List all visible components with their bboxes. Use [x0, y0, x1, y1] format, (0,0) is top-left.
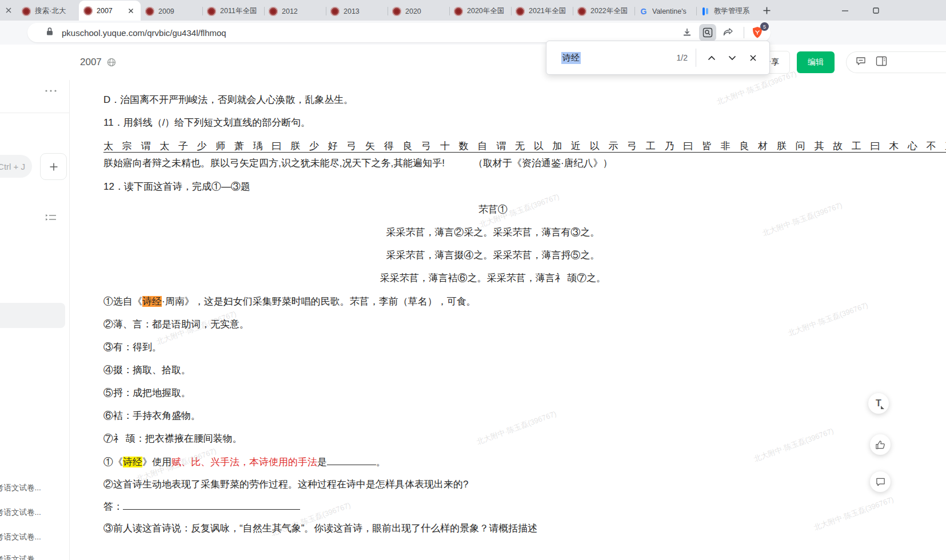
pku-seal-favicon [392, 7, 401, 16]
classical-passage-rest: 朕始寤向者辩之未精也。朕以弓矢定四方,识之犹未能尽,况天下之务,其能遍知乎!（取… [103, 157, 613, 170]
find-query-input[interactable]: 诗经 [561, 52, 581, 64]
find-close-icon[interactable] [745, 50, 760, 65]
yuque-app: 2007 分享 编辑 [0, 45, 946, 560]
find-in-page-bar[interactable]: 诗经 1/2 [546, 41, 770, 75]
classical-rest-text: 朕始寤向者辩之未精也。朕以弓矢定四方,识之犹未能尽,况天下之务,其能遍知乎! [103, 158, 445, 169]
download-icon[interactable] [678, 24, 696, 41]
find-match-count: 1/2 [677, 53, 688, 62]
window-maximize-button[interactable] [863, 0, 889, 21]
window-minimize-button[interactable] [832, 0, 858, 21]
left-sidebar: Ctrl + J 考语文试卷... 考语文试卷... 考语文试卷... 考语文试… [0, 80, 70, 560]
tab-2020[interactable]: 2020 [388, 2, 449, 21]
share-icon[interactable] [720, 24, 737, 41]
question-12-text: 12．读下面这首诗，完成①—③题 [103, 180, 250, 193]
cursor-icon [881, 406, 884, 409]
poem-line: 采采芣苢，薄言袺⑥之。采采芣苢，薄言礻 颉⑦之。 [69, 271, 917, 285]
text-tool-button[interactable]: T [868, 393, 889, 414]
address-bar[interactable]: pkuschool.yuque.com/qrvbic/gu434l/flhmoq… [27, 23, 771, 42]
poem-title: 芣苢① [69, 203, 917, 216]
tab-2012[interactable]: 2012 [264, 2, 326, 21]
tab-label: 教学管理系 [714, 6, 753, 16]
note-2-text: ②薄、言：都是语助词，无实意。 [103, 318, 249, 331]
comment-button[interactable] [870, 471, 891, 492]
more-options-icon[interactable] [45, 85, 57, 95]
tab-label: 2022年全国 [590, 6, 630, 16]
find-divider [696, 49, 696, 67]
tab-label: 2007 [97, 7, 122, 15]
note-7-text: ⑦礻 颉：把衣襟掖在腰间装物。 [103, 432, 242, 445]
tab-label: 搜索·北大 [35, 6, 74, 16]
brave-shield-icon[interactable]: 5 [750, 25, 765, 40]
search-shortcut-hint: Ctrl + J [0, 155, 32, 178]
teaching-app-favicon [701, 7, 710, 16]
answer-line: 答： [103, 500, 300, 513]
sq1-red-text: 赋、比、兴手法，本诗使用的手法 [171, 457, 317, 467]
note-1-suffix: ·周南》，这是妇女们采集野菜时唱的民歌。芣苢，李前（草名），可食。 [162, 296, 476, 307]
find-match-highlight: 诗经 [123, 457, 142, 467]
pku-seal-favicon [145, 7, 154, 16]
tab-label: 2009 [158, 7, 198, 15]
google-favicon: G [639, 7, 648, 16]
new-tab-button[interactable] [758, 0, 775, 21]
tab-close-icon[interactable] [126, 6, 136, 16]
subquestion-1-text: ①《诗经》使用赋、比、兴手法，本诗使用的手法是。 [103, 455, 386, 469]
tab-label: 2021年全国 [529, 6, 568, 16]
tab-label: Valentine's [652, 7, 692, 15]
sq1-is: 是 [317, 457, 327, 467]
pku-seal-favicon [83, 6, 93, 15]
sidebar-doc-item[interactable]: 考语文试卷... [0, 483, 70, 493]
like-button[interactable] [870, 434, 891, 455]
answer-label: 答： [103, 501, 123, 512]
find-next-icon[interactable] [725, 50, 740, 65]
tab-label: 2020 [405, 7, 445, 15]
tab-label: 2011年全国 [220, 6, 260, 16]
tab-label: 2020年全国 [467, 6, 506, 16]
option-d-text: D．治国离不开严刑峻法，否则就会人心涣散，乱象丛生。 [103, 93, 353, 106]
shield-badge: 5 [760, 22, 769, 31]
tab-2013[interactable]: 2013 [326, 2, 388, 21]
sq1-prefix: ①《 [103, 457, 123, 467]
sidebar-doc-item[interactable]: 考语文试卷... [0, 554, 70, 560]
pku-seal-favicon [207, 7, 216, 16]
answer-blank-line [123, 501, 300, 510]
tab-teaching-mgmt[interactable]: 教学管理系 [696, 2, 758, 21]
find-in-page-icon[interactable] [699, 24, 716, 41]
note-5-text: ⑤捋：成把地握取。 [103, 386, 191, 399]
pku-seal-favicon [454, 7, 463, 16]
note-1-text: ①选自《诗经·周南》，这是妇女们采集野菜时唱的民歌。芣苢，李前（草名），可食。 [103, 295, 476, 308]
outline-toggle-icon[interactable] [45, 213, 57, 225]
poem-line: 采采芣苢，薄言掇④之。采采芣苢，薄言捋⑤之。 [69, 249, 917, 262]
selected-document-item[interactable] [0, 303, 65, 328]
pku-seal-favicon [577, 7, 586, 16]
answer-blank-line [327, 457, 376, 465]
tab-2022-national[interactable]: 2022年全国 [573, 2, 634, 21]
sidebar-divider [0, 113, 69, 113]
pku-seal-favicon [269, 7, 278, 16]
tab-2011[interactable]: 2011年全国 [202, 2, 264, 21]
lock-icon [46, 27, 54, 38]
tab-valentines[interactable]: G Valentine's [634, 2, 696, 21]
sidebar-doc-item[interactable]: 考语文试卷... [0, 507, 70, 518]
note-3-text: ③有：得到。 [103, 341, 162, 354]
strip-close-icon[interactable] [0, 0, 17, 21]
note-1-prefix: ①选自《 [103, 296, 142, 307]
classical-source-text: （取材于《资治通鉴·唐纪八》） [473, 158, 613, 169]
question-11-text: 11．用斜线（/）给下列短文划直线的部分断句。 [103, 116, 310, 129]
add-document-button[interactable] [40, 153, 67, 180]
url-text: pkuschool.yuque.com/qrvbic/gu434l/flhmoq [62, 28, 675, 38]
tab-label: 2012 [282, 7, 321, 15]
find-previous-icon[interactable] [704, 50, 719, 65]
tab-search-pku[interactable]: 搜索·北大 [17, 2, 79, 21]
tab-2021-national[interactable]: 2021年全国 [511, 2, 573, 21]
tab-2007-active[interactable]: 2007 [79, 1, 141, 21]
sidebar-doc-item[interactable]: 考语文试卷... [0, 532, 70, 542]
tab-2009[interactable]: 2009 [141, 2, 202, 21]
tab-2020-national[interactable]: 2020年全国 [449, 2, 511, 21]
classical-passage-underlined: 太 宗 谓 太 子 少 师 萧 瑀 曰 朕 少 好 弓 矢 得 良 弓 十 数 … [103, 139, 946, 153]
note-4-text: ④掇：摘取、拾取。 [103, 363, 191, 377]
pku-seal-favicon [22, 7, 31, 16]
browser-window: 搜索·北大 2007 2009 2011年全国 2012 2013 202 [0, 0, 946, 560]
toolbar-divider [744, 27, 744, 38]
find-match-active-highlight: 诗经 [142, 296, 162, 307]
subquestion-2-text: ②这首诗生动地表现了采集野菜的劳作过程。这种过程在诗中是怎样具体表现出来的? [103, 478, 468, 491]
